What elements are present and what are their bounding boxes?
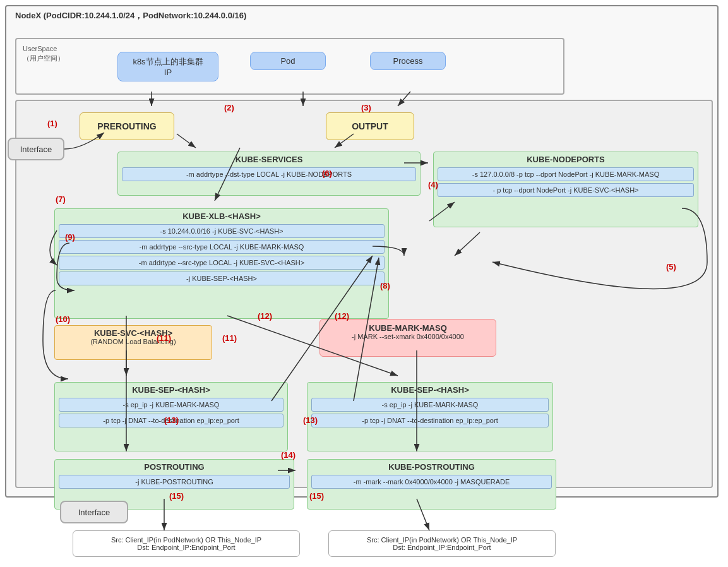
postrouting-title: POSTROUTING xyxy=(55,460,294,473)
interface-top-label: Interface xyxy=(20,145,52,154)
kube-sep-right-rule2: -p tcp -j DNAT --to-destination ep_ip:ep… xyxy=(311,414,549,427)
info-box-left: Src: Client_IP(in PodNetwork) OR This_No… xyxy=(73,530,300,557)
kube-xlb-title: KUBE-XLB-<HASH> xyxy=(55,209,388,222)
process-pill: Process xyxy=(370,52,446,70)
kube-mark-masq-rule: -j MARK --set-xmark 0x4000/0x4000 xyxy=(320,333,496,340)
k8s-node-ip-pill: k8s节点上的非集群IP xyxy=(117,52,218,81)
label-9: (9) xyxy=(65,232,75,242)
label-10: (10) xyxy=(56,314,70,324)
kube-postrouting-title: KUBE-POSTROUTING xyxy=(307,460,556,473)
kube-nodeports-title: KUBE-NODEPORTS xyxy=(434,152,698,165)
prerouting-box: PREROUTING xyxy=(80,112,174,140)
nodex-box: NodeX (PodCIDR:10.244.1.0/24，PodNetwork:… xyxy=(5,5,719,498)
label-6: (6) xyxy=(322,169,332,178)
label-14: (14) xyxy=(281,450,295,460)
diagram-container: NodeX (PodCIDR:10.244.1.0/24，PodNetwork:… xyxy=(0,0,728,567)
interface-bottom-label: Interface xyxy=(78,508,110,517)
kube-xlb-rule4: -j KUBE-SEP-<HASH> xyxy=(59,272,385,285)
kube-svc-box: KUBE-SVC-<HASH> (RANDOM Load Balancing) xyxy=(54,325,212,360)
kube-services-box: KUBE-SERVICES -m addrtype --dst-type LOC… xyxy=(117,152,421,196)
kube-xlb-rule3: -m addrtype --src-type LOCAL -j KUBE-SVC… xyxy=(59,256,385,270)
label-2: (2) xyxy=(224,103,234,112)
kube-xlb-rule2: -m addrtype --src-type LOCAL -j KUBE-MAR… xyxy=(59,240,385,254)
interface-bottom-box: Interface xyxy=(60,501,128,523)
label-3: (3) xyxy=(361,103,371,112)
label-1: (1) xyxy=(47,119,57,128)
output-box: OUTPUT xyxy=(326,112,414,140)
label-4: (4) xyxy=(428,180,438,189)
kube-services-title: KUBE-SERVICES xyxy=(118,152,420,165)
kube-services-rule: -m addrtype --dst-type LOCAL -j KUBE-NOD… xyxy=(122,167,416,181)
kube-mark-masq-title: KUBE-MARK-MASQ xyxy=(320,319,496,333)
label-11b: (11) xyxy=(222,333,237,343)
kube-nodeports-rule2: - p tcp --dport NodePort -j KUBE-SVC-<HA… xyxy=(438,183,694,197)
kube-nodeports-box: KUBE-NODEPORTS -s 127.0.0.0/8 -p tcp --d… xyxy=(433,152,698,227)
info-left-line1: Src: Client_IP(in PodNetwork) OR This_No… xyxy=(80,536,293,544)
kube-sep-right-title: KUBE-SEP-<HASH> xyxy=(307,383,552,396)
label-15b: (15) xyxy=(309,491,324,501)
kube-svc-title: KUBE-SVC-<HASH> xyxy=(55,326,212,338)
label-11a: (11) xyxy=(157,333,171,343)
kube-sep-left-rule1: -s ep_ip -j KUBE-MARK-MASQ xyxy=(59,398,283,412)
label-13a: (13) xyxy=(164,415,179,425)
kernelspace-box: PREROUTING OUTPUT KUBE-SERVICES -m addrt… xyxy=(15,100,713,488)
kube-postrouting-rule: -m -mark --mark 0x4000/0x4000 -j MASQUER… xyxy=(311,475,552,489)
label-8: (8) xyxy=(380,281,390,290)
userspace-box: UserSpace（用户空间） k8s节点上的非集群IP Pod Process xyxy=(15,38,564,95)
postrouting-rule: -j KUBE-POSTROUTING xyxy=(59,475,290,489)
label-12b: (12) xyxy=(335,311,349,321)
kube-sep-right-rule1: -s ep_ip -j KUBE-MARK-MASQ xyxy=(311,398,549,412)
info-right-line2: Dst: Endpoint_IP:Endpoint_Port xyxy=(335,544,549,551)
label-13b: (13) xyxy=(303,415,318,425)
kube-xlb-rule1: -s 10.244.0.0/16 -j KUBE-SVC-<HASH> xyxy=(59,224,385,238)
label-5: (5) xyxy=(666,262,676,272)
kube-mark-masq-box: KUBE-MARK-MASQ -j MARK --set-xmark 0x400… xyxy=(319,319,496,357)
label-7: (7) xyxy=(56,194,66,204)
pod-pill: Pod xyxy=(250,52,326,70)
info-box-right: Src: Client_IP(in PodNetwork) OR This_No… xyxy=(328,530,556,557)
label-15a: (15) xyxy=(169,491,184,501)
kube-sep-right-box: KUBE-SEP-<HASH> -s ep_ip -j KUBE-MARK-MA… xyxy=(307,382,553,451)
interface-top-box: Interface xyxy=(8,138,64,160)
kube-nodeports-rule1: -s 127.0.0.0/8 -p tcp --dport NodePort -… xyxy=(438,167,694,181)
info-left-line2: Dst: Endpoint_IP:Endpoint_Port xyxy=(80,544,293,551)
info-right-line1: Src: Client_IP(in PodNetwork) OR This_No… xyxy=(335,536,549,544)
kube-svc-subtitle: (RANDOM Load Balancing) xyxy=(55,338,212,345)
nodex-title: NodeX (PodCIDR:10.244.1.0/24，PodNetwork:… xyxy=(15,10,246,21)
kube-postrouting-box: KUBE-POSTROUTING -m -mark --mark 0x4000/… xyxy=(307,459,556,510)
userspace-label: UserSpace（用户空间） xyxy=(23,44,64,64)
kube-sep-left-title: KUBE-SEP-<HASH> xyxy=(55,383,287,396)
label-12a: (12) xyxy=(258,311,272,321)
kube-xlb-box: KUBE-XLB-<HASH> -s 10.244.0.0/16 -j KUBE… xyxy=(54,208,389,319)
